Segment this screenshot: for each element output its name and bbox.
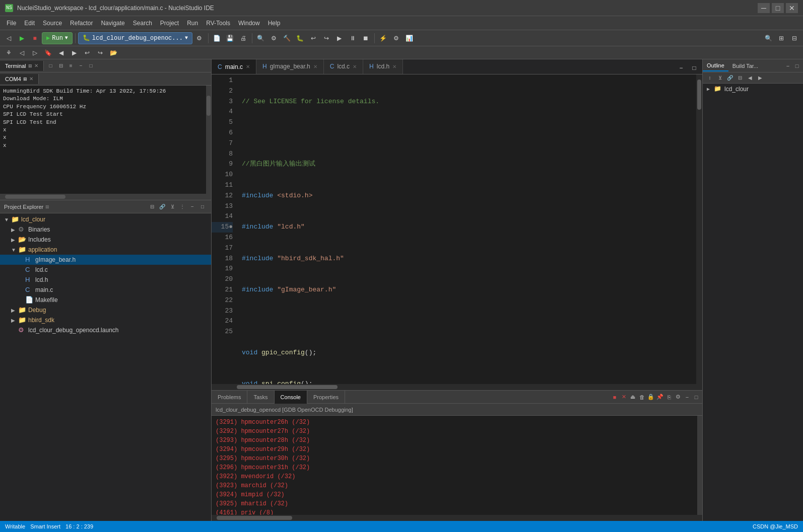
- editor-maximize-btn[interactable]: □: [688, 62, 700, 74]
- console-pin-btn[interactable]: 📌: [656, 393, 664, 401]
- tree-root-lcd_clour[interactable]: ▼ 📁 lcd_clour: [0, 214, 211, 224]
- tree-launch-file[interactable]: ▶ ⚙ lcd_clour_debug_openocd.launch: [0, 325, 211, 335]
- tab-close-lcd-h[interactable]: ✕: [392, 64, 396, 69]
- code-area[interactable]: // See LICENSE for license details. //黑白…: [237, 74, 696, 384]
- terminal-tab[interactable]: Terminal ⊞ ✕: [0, 61, 44, 71]
- tb-new[interactable]: 📄: [211, 32, 223, 44]
- menu-search[interactable]: Search: [129, 18, 156, 28]
- tb2-collapse[interactable]: ↩: [81, 47, 93, 59]
- title-controls[interactable]: ─ □ ✕: [758, 3, 798, 13]
- tab-console[interactable]: Console: [275, 391, 307, 404]
- editor-minimize-btn[interactable]: −: [675, 62, 687, 74]
- run-green-btn[interactable]: ▶: [16, 32, 28, 44]
- menu-window[interactable]: Window: [234, 18, 264, 28]
- tab-gimage-bear-h[interactable]: H gImage_bear.h ✕: [256, 59, 324, 74]
- menu-source[interactable]: Source: [39, 18, 66, 28]
- console-terminate-btn[interactable]: ✕: [620, 393, 628, 401]
- tb-layout2[interactable]: ⊟: [788, 32, 800, 44]
- menu-run[interactable]: Run: [183, 18, 202, 28]
- terminal-maximize-btn[interactable]: □: [87, 61, 96, 70]
- outline-link-btn[interactable]: 🔗: [725, 73, 734, 83]
- tree-includes[interactable]: ▶ 📂 Includes: [0, 235, 211, 245]
- menu-file[interactable]: File: [3, 18, 20, 28]
- tb2-next[interactable]: ◁: [16, 47, 28, 59]
- tree-binaries[interactable]: ▶ ⚙ Binaries: [0, 224, 211, 235]
- outline-next-btn[interactable]: ▶: [756, 73, 765, 83]
- com4-close[interactable]: ✕: [29, 76, 33, 82]
- console-vscrollbar[interactable]: [697, 416, 702, 515]
- tb-search[interactable]: 🔍: [255, 32, 267, 44]
- editor-vscrollbar[interactable]: [696, 74, 702, 384]
- outline-tab[interactable]: Outline: [703, 60, 728, 71]
- tab-close-gimage[interactable]: ✕: [313, 64, 317, 69]
- tb2-next2[interactable]: ▷: [29, 47, 41, 59]
- tb-pause[interactable]: ⏸: [347, 32, 359, 44]
- terminal-settings-btn[interactable]: ≡: [66, 61, 76, 70]
- console-output[interactable]: (3291) hpmcounter26h (/32) (3292) hpmcou…: [212, 416, 697, 515]
- expand-arrow[interactable]: ▶: [11, 227, 18, 233]
- menu-edit[interactable]: Edit: [20, 18, 39, 28]
- code-editor[interactable]: 1 2 3 4 5 6 7 8 9 10 11 12 13: [212, 74, 696, 384]
- tb-extra1[interactable]: ⚡: [377, 32, 389, 44]
- tab-close-main-c[interactable]: ✕: [246, 64, 250, 69]
- menu-project[interactable]: Project: [156, 18, 183, 28]
- expand-arrow[interactable]: ▼: [11, 247, 18, 253]
- outline-filter-btn[interactable]: ⊻: [715, 73, 724, 83]
- tree-gimage-bear-h[interactable]: ▶ H gImage_bear.h: [0, 255, 211, 265]
- pe-maximize-btn[interactable]: □: [198, 202, 207, 211]
- tb-extra2[interactable]: ⚙: [390, 32, 403, 44]
- console-clear-btn[interactable]: 🗑: [638, 393, 646, 401]
- expand-arrow[interactable]: ▶: [11, 318, 18, 323]
- pe-menu-btn[interactable]: ⋮: [178, 202, 187, 211]
- tree-lcd-h[interactable]: ▶ H lcd.h: [0, 275, 211, 285]
- com4-tab[interactable]: COM4 ⊞ ✕: [0, 74, 39, 84]
- tab-problems[interactable]: Problems: [212, 391, 247, 404]
- build-target-tab[interactable]: Build Tar...: [728, 61, 762, 71]
- tab-lcd-c[interactable]: C lcd.c ✕: [324, 59, 363, 74]
- console-scroll-lock-btn[interactable]: 🔒: [647, 393, 655, 401]
- bottom-maximize-btn[interactable]: □: [692, 393, 700, 401]
- tb-extra3[interactable]: 📊: [404, 32, 416, 44]
- run-dropdown[interactable]: ▶ Run ▼: [42, 32, 73, 44]
- menu-help[interactable]: Help: [264, 18, 285, 28]
- tb-stepover[interactable]: ↪: [320, 32, 332, 44]
- outline-maximize-btn[interactable]: □: [793, 62, 801, 70]
- menu-rvtools[interactable]: RV-Tools: [202, 18, 234, 28]
- tree-debug[interactable]: ▶ 📁 Debug: [0, 305, 211, 315]
- tb2-prev[interactable]: ⚘: [3, 47, 15, 59]
- tb-print[interactable]: 🖨: [237, 32, 249, 44]
- tb-search2[interactable]: 🔍: [762, 32, 774, 44]
- tb-stop2[interactable]: ⏹: [360, 32, 372, 44]
- minimize-button[interactable]: ─: [758, 3, 770, 13]
- editor-hscrollbar[interactable]: [212, 384, 702, 390]
- console-disconnect-btn[interactable]: ⏏: [629, 393, 637, 401]
- tb2-open[interactable]: 📂: [107, 47, 119, 59]
- tab-properties[interactable]: Properties: [307, 391, 345, 404]
- outline-arrow[interactable]: ▶: [707, 86, 714, 92]
- tab-tasks[interactable]: Tasks: [247, 391, 274, 404]
- terminal-hscroll[interactable]: [0, 194, 211, 200]
- tb2-prev-bookmark[interactable]: ◀: [55, 47, 67, 59]
- back-btn[interactable]: ◁: [3, 32, 15, 44]
- outline-prev-btn[interactable]: ◀: [746, 73, 755, 83]
- outline-item-lcd-clour[interactable]: ▶ 📁 lcd_clour: [703, 84, 803, 94]
- filter-btn[interactable]: ⊻: [168, 202, 177, 211]
- tab-lcd-h[interactable]: H lcd.h ✕: [363, 59, 403, 74]
- expand-arrow[interactable]: ▶: [11, 237, 18, 243]
- console-hscrollbar[interactable]: [212, 515, 702, 521]
- terminal-split-btn[interactable]: ⊟: [56, 61, 65, 70]
- console-copy-btn[interactable]: ⎘: [665, 393, 673, 401]
- terminal-tab-close[interactable]: ✕: [34, 63, 38, 68]
- outline-minimize-btn[interactable]: −: [784, 62, 792, 70]
- collapse-all-btn[interactable]: ⊟: [148, 202, 157, 211]
- terminal-new-btn[interactable]: □: [46, 61, 55, 70]
- tb-build[interactable]: 🔨: [281, 32, 293, 44]
- expand-arrow[interactable]: ▼: [4, 217, 11, 222]
- console-stop-btn[interactable]: ■: [611, 393, 619, 401]
- bottom-minimize-btn[interactable]: −: [683, 393, 691, 401]
- tb-save[interactable]: 💾: [224, 32, 236, 44]
- outline-collapse-btn[interactable]: ⊟: [735, 73, 745, 83]
- terminal-scrollbar[interactable]: [206, 86, 211, 194]
- tb-gear[interactable]: ⚙: [268, 32, 280, 44]
- debug-settings-btn[interactable]: ⚙: [193, 32, 206, 44]
